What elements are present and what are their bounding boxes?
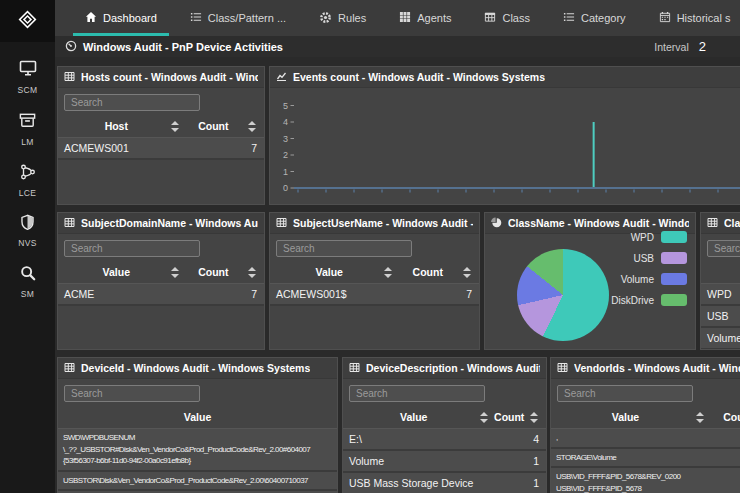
table-row[interactable]: USBSTOR\Disk&Ven_VendorCo&Prod_ProductCo…: [58, 472, 337, 492]
search-input[interactable]: [349, 385, 485, 402]
table-row[interactable]: ACMEWS001$7: [270, 284, 479, 306]
table-row[interactable]: Volume: [701, 328, 740, 350]
sort-icon[interactable]: [384, 267, 392, 278]
column-header-count[interactable]: Count: [181, 120, 246, 132]
column-header-value[interactable]: Value: [707, 266, 740, 278]
column-header-host[interactable]: Host: [64, 120, 169, 132]
calendar-icon: [659, 11, 671, 25]
svg-text:1: 1: [283, 167, 288, 177]
column-header-count[interactable]: Count: [394, 266, 461, 278]
sidebar-item-lm[interactable]: LM: [18, 111, 37, 147]
sort-icon[interactable]: [248, 267, 256, 278]
svg-text:5: 5: [283, 101, 288, 111]
table-header: Value: [58, 405, 337, 429]
panel-header: Hosts count - Windows Audit - Windows Sy…: [58, 67, 264, 88]
column-header-count[interactable]: Count: [181, 266, 246, 278]
table-row[interactable]: E:\4: [343, 429, 546, 451]
cell-value: Volume: [707, 332, 740, 344]
legend-item[interactable]: USB: [633, 252, 687, 264]
tab-class[interactable]: Class: [484, 0, 530, 36]
sort-icon[interactable]: [530, 412, 538, 423]
sidebar-item-label: NVS: [18, 238, 37, 248]
table-body: E:\4Volume1USB Mass Storage Device1Vendo…: [343, 429, 546, 493]
cell-value: ACME: [64, 288, 227, 300]
table-row[interactable]: ,: [551, 429, 740, 449]
sidebar-item-lce[interactable]: LCE: [19, 163, 37, 198]
table-row[interactable]: USB: [701, 306, 740, 328]
legend-item[interactable]: DiskDrive: [611, 294, 687, 306]
cell-value: ACMEWS001: [64, 142, 227, 154]
sort-icon[interactable]: [171, 121, 179, 132]
pie-chart[interactable]: [517, 249, 609, 341]
panel-title: VendorIds - Windows Audit - Windows Syst…: [574, 362, 740, 374]
legend-chip: [661, 294, 687, 306]
tab-rules[interactable]: Rules: [319, 0, 366, 36]
tab-label: Class: [502, 12, 530, 24]
column-header-value[interactable]: Value: [64, 411, 331, 423]
legend-chip: [661, 273, 687, 285]
sort-icon[interactable]: [696, 412, 704, 423]
search-input[interactable]: [276, 240, 412, 257]
archive-icon: [18, 111, 37, 134]
legend-item[interactable]: WPD: [631, 231, 687, 243]
table-row[interactable]: ACMEWS0017: [58, 138, 264, 160]
sort-icon[interactable]: [480, 412, 488, 423]
panel-title: ClassName - Windows Audit - Windows Syst…: [724, 217, 740, 229]
sort-icon[interactable]: [248, 121, 256, 132]
interval-value[interactable]: 2: [699, 39, 706, 54]
panel-classname-pie: ClassName - Windows Audit - Windows Syst…: [484, 212, 696, 350]
column-header-count[interactable]: Count: [490, 411, 528, 423]
table-header: Value Count: [270, 260, 479, 284]
search-input[interactable]: [707, 240, 740, 257]
sidebar-item-nvs[interactable]: NVS: [18, 214, 37, 248]
tab-category[interactable]: Category: [563, 0, 626, 36]
chart-legend: WPDUSBVolumeDiskDrive: [611, 231, 687, 306]
search-input[interactable]: [64, 240, 200, 257]
cell-count: 7: [442, 288, 473, 300]
tab-dashboard[interactable]: Dashboard: [85, 0, 157, 36]
search-input[interactable]: [64, 385, 200, 402]
tab-label: Rules: [338, 12, 366, 24]
list-icon: [563, 11, 575, 25]
cell-value: WPD: [707, 288, 740, 300]
column-header-count[interactable]: Count: [706, 411, 740, 423]
panel-device-description: DeviceDescription - Windows Audit - Wind…: [342, 357, 547, 493]
panel-device-id: DeviceId - Windows Audit - Windows Syste…: [57, 357, 338, 493]
search-input[interactable]: [557, 385, 693, 402]
search-input[interactable]: [64, 94, 200, 111]
table-row[interactable]: USB\VID_FFFF&PID_5678&REV_0200 USB\VID_F…: [551, 468, 740, 493]
panel-subject-user-name: SubjectUserName - Windows Audit - Window…: [269, 212, 480, 350]
legend-label: USB: [633, 253, 654, 264]
column-header-value[interactable]: Value: [557, 411, 694, 423]
sidebar-item-label: SCM: [17, 85, 37, 95]
table-row[interactable]: ACME7: [58, 284, 264, 306]
panel-title: SubjectDomainName - Windows Audit - Wind…: [81, 217, 258, 229]
tab-class-pattern[interactable]: Class/Pattern ...: [190, 0, 286, 36]
table-header: Value Count: [551, 405, 740, 429]
table-row[interactable]: WPD: [701, 284, 740, 306]
column-header-value[interactable]: Value: [64, 266, 169, 278]
tab-historical-search[interactable]: Historical s: [659, 0, 731, 36]
column-header-value[interactable]: Value: [349, 411, 478, 423]
sidebar-item-sm[interactable]: SM: [19, 264, 37, 299]
table-row[interactable]: USB Mass Storage Device1: [343, 473, 546, 493]
table-header: Value Count: [701, 260, 740, 284]
tab-label: Class/Pattern ...: [208, 12, 286, 24]
cell-value: USB Mass Storage Device: [349, 477, 509, 489]
cell-count: 7: [227, 288, 258, 300]
cell-value: SWD\WPDBUSENUM \_??_USBSTOR#Disk&Ven_Ven…: [63, 432, 332, 467]
app-logo[interactable]: [0, 0, 55, 42]
tab-agents[interactable]: Agents: [399, 0, 451, 36]
table-row[interactable]: STORAGE\Volume: [551, 449, 740, 469]
top-navigation: Dashboard Class/Pattern ... Rules Agents…: [55, 0, 740, 36]
sort-icon[interactable]: [463, 267, 471, 278]
sidebar-item-scm[interactable]: SCM: [17, 58, 37, 95]
legend-item[interactable]: Volume: [621, 273, 687, 285]
table-row[interactable]: Volume1: [343, 451, 546, 473]
svg-text:0: 0: [283, 183, 288, 193]
column-header-value[interactable]: Value: [276, 266, 382, 278]
tab-label: Agents: [417, 12, 451, 24]
table-icon: [64, 68, 75, 86]
sort-icon[interactable]: [171, 267, 179, 278]
table-row[interactable]: SWD\WPDBUSENUM \_??_USBSTOR#Disk&Ven_Ven…: [58, 429, 337, 472]
